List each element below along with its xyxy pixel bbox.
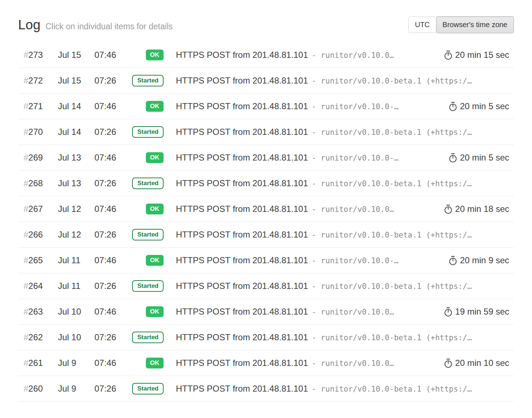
user-agent-text: - runitor/v0.10.0… (312, 51, 394, 60)
ping-date: Jul 13 (58, 178, 94, 188)
hash-prefix: # (24, 101, 28, 111)
ping-number-value: 273 (28, 50, 43, 60)
log-rows: #273 Jul 15 07:46 OK HTTPS POST from 201… (18, 42, 514, 402)
ping-message-main: HTTPS POST from 201.48.81.101 (176, 358, 308, 368)
user-agent-text: - runitor/v0.10.0-beta.1 (+https:/… (312, 231, 472, 239)
status-badge-cell: OK (146, 50, 164, 60)
log-row[interactable]: #270 Jul 14 07:26 Started HTTPS POST fro… (18, 119, 514, 145)
log-row[interactable]: #271 Jul 14 07:46 OK HTTPS POST from 201… (18, 94, 514, 119)
ping-message: HTTPS POST from 201.48.81.101- runitor/v… (164, 255, 440, 265)
ping-message-main: HTTPS POST from 201.48.81.101 (176, 127, 308, 137)
status-badge-cell: OK (146, 152, 164, 163)
page-subtitle: Click on individual items for details (46, 22, 173, 31)
ping-number: #264 (24, 281, 58, 291)
log-row[interactable]: #260 Jul 9 07:26 Started HTTPS POST from… (18, 376, 514, 402)
status-badge: Started (132, 126, 164, 138)
status-badge: Started (132, 229, 164, 240)
stopwatch-icon (444, 204, 453, 214)
ping-message-main: HTTPS POST from 201.48.81.101 (176, 101, 308, 111)
ping-date: Jul 10 (58, 307, 94, 317)
ping-date: Jul 12 (58, 230, 94, 240)
status-badge: OK (146, 204, 164, 214)
user-agent-text: - runitor/v0.10.0-… (312, 102, 398, 111)
log-row[interactable]: #261 Jul 9 07:46 OK HTTPS POST from 201.… (18, 350, 514, 376)
ping-time: 07:26 (94, 332, 131, 342)
ping-number-value: 266 (28, 230, 43, 239)
log-row[interactable]: #263 Jul 10 07:46 OK HTTPS POST from 201… (18, 299, 514, 325)
ping-message: HTTPS POST from 201.48.81.101- runitor/v… (164, 358, 435, 368)
ping-number: #262 (24, 332, 58, 342)
ping-number: #261 (24, 358, 58, 368)
ping-number-value: 262 (28, 332, 43, 342)
ping-time: 07:26 (94, 384, 131, 394)
user-agent-text: - runitor/v0.10.0-beta.1 (+https:/… (312, 385, 472, 393)
log-row[interactable]: #273 Jul 15 07:46 OK HTTPS POST from 201… (18, 42, 514, 68)
status-badge-cell: Started (132, 280, 164, 292)
ping-message: HTTPS POST from 201.48.81.101- runitor/v… (164, 332, 509, 342)
duration-text: 20 min 5 sec (460, 101, 509, 111)
hash-prefix: # (24, 178, 28, 188)
ping-number: #263 (24, 307, 58, 317)
stopwatch-icon (444, 50, 453, 60)
ping-message: HTTPS POST from 201.48.81.101- runitor/v… (164, 153, 440, 163)
status-badge-cell: Started (132, 229, 164, 240)
status-badge-cell: OK (146, 306, 164, 317)
ping-message: HTTPS POST from 201.48.81.101- runitor/v… (164, 127, 509, 137)
duration: 20 min 5 sec (440, 153, 509, 163)
ping-time: 07:46 (94, 255, 131, 265)
log-page: Log Click on individual items for detail… (0, 0, 532, 418)
log-row[interactable]: #268 Jul 13 07:26 Started HTTPS POST fro… (18, 171, 514, 196)
ping-number: #268 (24, 178, 58, 188)
ping-number: #267 (24, 204, 58, 214)
ping-date: Jul 9 (58, 358, 94, 368)
duration: 20 min 15 sec (435, 50, 509, 60)
ping-date: Jul 15 (58, 50, 94, 60)
ping-message: HTTPS POST from 201.48.81.101- runitor/v… (164, 384, 509, 394)
status-badge: Started (132, 178, 164, 189)
ping-time: 07:26 (94, 178, 131, 188)
utc-button[interactable]: UTC (408, 17, 436, 33)
log-row[interactable]: #264 Jul 11 07:26 Started HTTPS POST fro… (18, 273, 514, 299)
ping-date: Jul 14 (58, 101, 94, 111)
user-agent-text: - runitor/v0.10.0-… (312, 154, 398, 162)
ping-message-main: HTTPS POST from 201.48.81.101 (176, 384, 308, 393)
status-badge-cell: OK (146, 204, 164, 214)
duration: 19 min 59 sec (435, 307, 509, 317)
status-badge: OK (146, 306, 164, 317)
log-row[interactable]: #262 Jul 10 07:26 Started HTTPS POST fro… (18, 325, 514, 350)
status-badge: Started (132, 280, 164, 292)
duration-text: 20 min 10 sec (455, 358, 509, 368)
duration-text: 20 min 15 sec (455, 50, 509, 60)
ping-number-value: 261 (28, 358, 43, 368)
log-row[interactable]: #267 Jul 12 07:46 OK HTTPS POST from 201… (18, 196, 514, 222)
ping-message: HTTPS POST from 201.48.81.101- runitor/v… (164, 204, 435, 214)
status-badge: OK (146, 358, 164, 368)
ping-number-value: 272 (28, 76, 43, 85)
log-row[interactable]: #266 Jul 12 07:26 Started HTTPS POST fro… (18, 222, 514, 248)
ping-message: HTTPS POST from 201.48.81.101- runitor/v… (164, 307, 435, 317)
ping-time: 07:46 (94, 50, 131, 60)
user-agent-text: - runitor/v0.10.0-beta.1 (+https:/… (312, 333, 472, 342)
status-badge: OK (146, 255, 164, 266)
ping-number-value: 267 (28, 204, 43, 214)
ping-message-main: HTTPS POST from 201.48.81.101 (176, 281, 308, 291)
ping-message: HTTPS POST from 201.48.81.101- runitor/v… (164, 76, 509, 86)
ping-date: Jul 14 (58, 127, 94, 137)
browser-time-zone-button[interactable]: Browser's time zone (436, 16, 514, 33)
log-row[interactable]: #269 Jul 13 07:46 OK HTTPS POST from 201… (18, 145, 514, 171)
ping-message-main: HTTPS POST from 201.48.81.101 (176, 255, 308, 265)
page-title: Log (18, 18, 41, 31)
log-row[interactable]: #272 Jul 15 07:26 Started HTTPS POST fro… (18, 68, 514, 94)
status-badge-cell: Started (132, 178, 164, 189)
ping-number: #272 (24, 76, 58, 86)
ping-time: 07:26 (94, 281, 131, 291)
ping-number-value: 263 (28, 307, 43, 316)
hash-prefix: # (24, 76, 28, 85)
hash-prefix: # (24, 50, 28, 60)
ping-message-main: HTTPS POST from 201.48.81.101 (176, 332, 308, 342)
status-badge-cell: Started (132, 383, 164, 394)
ping-date: Jul 12 (58, 204, 94, 214)
stopwatch-icon (448, 153, 457, 163)
duration: 20 min 5 sec (440, 101, 509, 111)
log-row[interactable]: #265 Jul 11 07:46 OK HTTPS POST from 201… (18, 248, 514, 273)
